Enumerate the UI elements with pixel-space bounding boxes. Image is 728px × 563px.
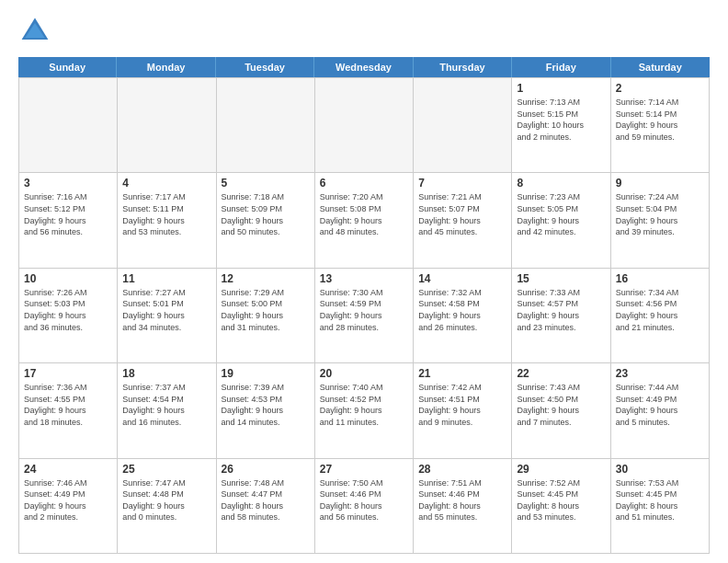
day-number: 29 (517, 463, 605, 476)
day-info: Sunrise: 7:27 AM Sunset: 5:01 PM Dayligh… (122, 287, 210, 333)
header-day-sunday: Sunday (18, 57, 117, 77)
calendar-cell-2-0: 10Sunrise: 7:26 AM Sunset: 5:03 PM Dayli… (19, 269, 118, 363)
day-info: Sunrise: 7:37 AM Sunset: 4:54 PM Dayligh… (122, 382, 210, 428)
day-info: Sunrise: 7:34 AM Sunset: 4:56 PM Dayligh… (616, 287, 704, 333)
page: SundayMondayTuesdayWednesdayThursdayFrid… (0, 0, 728, 563)
day-info: Sunrise: 7:29 AM Sunset: 5:00 PM Dayligh… (222, 287, 310, 333)
day-info: Sunrise: 7:44 AM Sunset: 4:49 PM Dayligh… (616, 382, 704, 428)
day-info: Sunrise: 7:32 AM Sunset: 4:58 PM Dayligh… (418, 287, 506, 333)
day-info: Sunrise: 7:40 AM Sunset: 4:52 PM Dayligh… (320, 382, 408, 428)
day-number: 6 (320, 177, 408, 190)
day-number: 3 (24, 177, 112, 190)
header-day-thursday: Thursday (414, 57, 512, 77)
calendar-cell-2-4: 14Sunrise: 7:32 AM Sunset: 4:58 PM Dayli… (414, 269, 512, 363)
calendar-row-4: 24Sunrise: 7:46 AM Sunset: 4:49 PM Dayli… (19, 459, 710, 554)
header-day-wednesday: Wednesday (314, 57, 413, 77)
day-info: Sunrise: 7:33 AM Sunset: 4:57 PM Dayligh… (517, 287, 605, 333)
day-number: 7 (418, 177, 506, 190)
day-number: 2 (616, 82, 704, 95)
calendar-body: 1Sunrise: 7:13 AM Sunset: 5:15 PM Daylig… (18, 77, 710, 554)
header (18, 15, 710, 48)
calendar-cell-1-0: 3Sunrise: 7:16 AM Sunset: 5:12 PM Daylig… (19, 173, 118, 268)
day-number: 4 (122, 177, 210, 190)
day-number: 16 (616, 272, 704, 285)
calendar-row-0: 1Sunrise: 7:13 AM Sunset: 5:15 PM Daylig… (19, 78, 710, 173)
day-info: Sunrise: 7:16 AM Sunset: 5:12 PM Dayligh… (24, 191, 112, 237)
day-number: 30 (616, 463, 704, 476)
logo-icon (18, 15, 51, 48)
calendar-cell-1-5: 8Sunrise: 7:23 AM Sunset: 5:05 PM Daylig… (512, 173, 610, 268)
calendar-cell-1-3: 6Sunrise: 7:20 AM Sunset: 5:08 PM Daylig… (315, 173, 414, 268)
day-number: 9 (616, 177, 704, 190)
calendar-cell-0-6: 2Sunrise: 7:14 AM Sunset: 5:14 PM Daylig… (611, 78, 710, 173)
day-info: Sunrise: 7:43 AM Sunset: 4:50 PM Dayligh… (517, 382, 605, 428)
day-number: 21 (418, 367, 506, 380)
day-info: Sunrise: 7:42 AM Sunset: 4:51 PM Dayligh… (418, 382, 506, 428)
calendar-cell-0-0 (19, 78, 118, 173)
calendar-row-2: 10Sunrise: 7:26 AM Sunset: 5:03 PM Dayli… (19, 269, 710, 363)
day-number: 22 (517, 367, 605, 380)
day-number: 18 (122, 367, 210, 380)
day-info: Sunrise: 7:14 AM Sunset: 5:14 PM Dayligh… (616, 97, 704, 143)
logo (18, 15, 55, 48)
header-day-tuesday: Tuesday (216, 57, 314, 77)
day-number: 13 (320, 272, 408, 285)
calendar-cell-3-0: 17Sunrise: 7:36 AM Sunset: 4:55 PM Dayli… (19, 363, 118, 458)
day-number: 23 (616, 367, 704, 380)
calendar-cell-2-5: 15Sunrise: 7:33 AM Sunset: 4:57 PM Dayli… (512, 269, 610, 363)
calendar-cell-4-5: 29Sunrise: 7:52 AM Sunset: 4:45 PM Dayli… (512, 459, 610, 554)
day-info: Sunrise: 7:30 AM Sunset: 4:59 PM Dayligh… (320, 287, 408, 333)
calendar-cell-3-5: 22Sunrise: 7:43 AM Sunset: 4:50 PM Dayli… (512, 363, 610, 458)
calendar-cell-0-5: 1Sunrise: 7:13 AM Sunset: 5:15 PM Daylig… (512, 78, 610, 173)
calendar-cell-3-4: 21Sunrise: 7:42 AM Sunset: 4:51 PM Dayli… (414, 363, 512, 458)
calendar-cell-4-6: 30Sunrise: 7:53 AM Sunset: 4:45 PM Dayli… (611, 459, 710, 554)
day-number: 1 (517, 82, 605, 95)
calendar-cell-1-1: 4Sunrise: 7:17 AM Sunset: 5:11 PM Daylig… (118, 173, 216, 268)
day-number: 28 (418, 463, 506, 476)
day-number: 26 (222, 463, 310, 476)
calendar-cell-4-1: 25Sunrise: 7:47 AM Sunset: 4:48 PM Dayli… (118, 459, 216, 554)
day-info: Sunrise: 7:24 AM Sunset: 5:04 PM Dayligh… (616, 191, 704, 237)
header-day-saturday: Saturday (611, 57, 710, 77)
calendar: SundayMondayTuesdayWednesdayThursdayFrid… (18, 57, 710, 554)
day-info: Sunrise: 7:26 AM Sunset: 5:03 PM Dayligh… (24, 287, 112, 333)
day-number: 8 (517, 177, 605, 190)
calendar-cell-3-3: 20Sunrise: 7:40 AM Sunset: 4:52 PM Dayli… (315, 363, 414, 458)
day-number: 11 (122, 272, 210, 285)
day-info: Sunrise: 7:53 AM Sunset: 4:45 PM Dayligh… (616, 477, 704, 523)
day-info: Sunrise: 7:46 AM Sunset: 4:49 PM Dayligh… (24, 477, 112, 523)
day-info: Sunrise: 7:36 AM Sunset: 4:55 PM Dayligh… (24, 382, 112, 428)
calendar-row-1: 3Sunrise: 7:16 AM Sunset: 5:12 PM Daylig… (19, 173, 710, 268)
calendar-cell-2-2: 12Sunrise: 7:29 AM Sunset: 5:00 PM Dayli… (217, 269, 315, 363)
calendar-cell-3-1: 18Sunrise: 7:37 AM Sunset: 4:54 PM Dayli… (118, 363, 216, 458)
day-number: 17 (24, 367, 112, 380)
day-number: 10 (24, 272, 112, 285)
day-number: 24 (24, 463, 112, 476)
day-info: Sunrise: 7:21 AM Sunset: 5:07 PM Dayligh… (418, 191, 506, 237)
day-info: Sunrise: 7:18 AM Sunset: 5:09 PM Dayligh… (222, 191, 310, 237)
calendar-cell-2-1: 11Sunrise: 7:27 AM Sunset: 5:01 PM Dayli… (118, 269, 216, 363)
day-number: 12 (222, 272, 310, 285)
day-info: Sunrise: 7:17 AM Sunset: 5:11 PM Dayligh… (122, 191, 210, 237)
day-number: 14 (418, 272, 506, 285)
calendar-cell-1-2: 5Sunrise: 7:18 AM Sunset: 5:09 PM Daylig… (217, 173, 315, 268)
day-number: 19 (222, 367, 310, 380)
calendar-cell-0-4 (414, 78, 512, 173)
calendar-cell-1-4: 7Sunrise: 7:21 AM Sunset: 5:07 PM Daylig… (414, 173, 512, 268)
header-day-monday: Monday (117, 57, 215, 77)
day-info: Sunrise: 7:20 AM Sunset: 5:08 PM Dayligh… (320, 191, 408, 237)
calendar-cell-4-0: 24Sunrise: 7:46 AM Sunset: 4:49 PM Dayli… (19, 459, 118, 554)
calendar-cell-4-3: 27Sunrise: 7:50 AM Sunset: 4:46 PM Dayli… (315, 459, 414, 554)
calendar-cell-0-2 (217, 78, 315, 173)
day-info: Sunrise: 7:23 AM Sunset: 5:05 PM Dayligh… (517, 191, 605, 237)
calendar-cell-4-4: 28Sunrise: 7:51 AM Sunset: 4:46 PM Dayli… (414, 459, 512, 554)
calendar-header: SundayMondayTuesdayWednesdayThursdayFrid… (18, 57, 710, 77)
day-info: Sunrise: 7:52 AM Sunset: 4:45 PM Dayligh… (517, 477, 605, 523)
day-number: 20 (320, 367, 408, 380)
calendar-row-3: 17Sunrise: 7:36 AM Sunset: 4:55 PM Dayli… (19, 363, 710, 458)
calendar-cell-2-6: 16Sunrise: 7:34 AM Sunset: 4:56 PM Dayli… (611, 269, 710, 363)
calendar-cell-1-6: 9Sunrise: 7:24 AM Sunset: 5:04 PM Daylig… (611, 173, 710, 268)
calendar-cell-0-3 (315, 78, 414, 173)
day-info: Sunrise: 7:47 AM Sunset: 4:48 PM Dayligh… (122, 477, 210, 523)
day-number: 27 (320, 463, 408, 476)
